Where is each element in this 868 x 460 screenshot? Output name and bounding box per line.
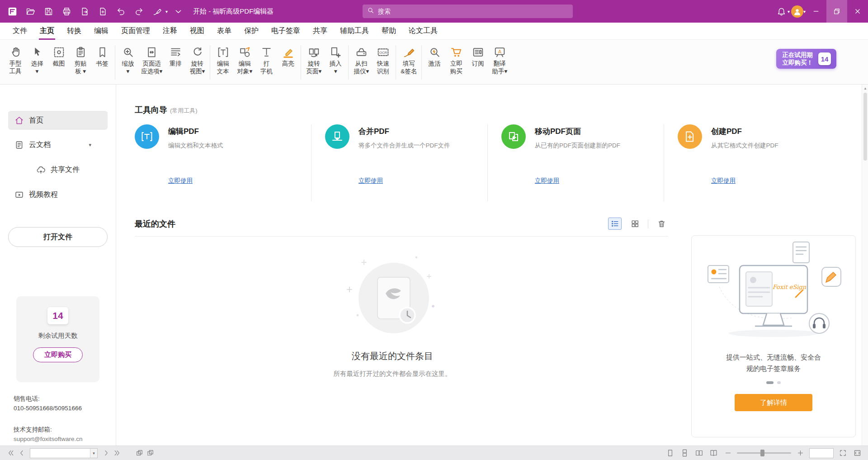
use-now-link[interactable]: 立即使用 [711,177,736,185]
ribbon-edit-object[interactable]: 编辑 对象▾ [234,43,255,76]
menu-convert[interactable]: 转换 [61,23,88,40]
ribbon-subscribe[interactable]: 订阅 [467,43,489,68]
tool-card-edit-pdf[interactable]: 编辑PDF 编辑文档和文本格式 立即使用 [135,124,311,201]
notifications-button[interactable] [774,4,789,19]
fit-screen-icon[interactable] [837,448,848,459]
page-number-input[interactable] [30,450,90,456]
ribbon-zoom[interactable]: 缩放 ▾ [117,43,139,76]
menu-help[interactable]: 帮助 [375,23,402,40]
sidebar-item-home[interactable]: 首页 [8,111,108,130]
continuous-view-icon[interactable] [679,448,690,459]
sidebar-item-video-tutorials[interactable]: 视频教程 [8,185,108,204]
previous-page-icon[interactable] [16,448,27,459]
zoom-out-icon[interactable] [722,448,733,459]
menu-share[interactable]: 共享 [307,23,334,40]
zoom-value-input[interactable] [810,449,833,458]
first-page-icon[interactable] [5,448,16,459]
carousel-dot[interactable] [777,381,781,384]
menu-form[interactable]: 表单 [211,23,238,40]
ribbon-from-scanner[interactable]: 从扫 描仪▾ [350,43,372,76]
menu-file[interactable]: 文件 [6,23,33,40]
ribbon-fit-options[interactable]: 页面适 应选项▾ [139,43,165,76]
ribbon-quick-ocr[interactable]: OCR 快速 识别 [372,43,394,76]
ribbon-snapshot[interactable]: 截图 [48,43,70,68]
scrollbar-thumb[interactable] [863,93,867,161]
ribbon-insert[interactable]: 插入 ▾ [325,43,346,76]
ribbon-activate[interactable]: 激活 [424,43,445,68]
ribbon-hand-tool[interactable]: 手型 工具 [5,43,26,76]
facing-view-icon[interactable] [693,448,704,459]
close-button[interactable] [847,0,868,23]
buy-now-button[interactable]: 立即购买 [33,347,83,362]
tool-card-create-pdf[interactable]: 创建PDF 从其它格式文件创建PDF 立即使用 [664,124,840,201]
search-input[interactable] [378,8,550,15]
ribbon-clipboard[interactable]: 剪贴 板 ▾ [70,43,91,76]
menu-view[interactable]: 视图 [184,23,211,40]
fullscreen-icon[interactable] [852,448,863,459]
menu-protect[interactable]: 保护 [238,23,265,40]
ribbon-rotate-pages[interactable]: 旋转 页面▾ [303,43,325,76]
page-dropdown-caret[interactable]: ▾ [90,449,97,458]
menu-paper-tools[interactable]: 论文工具 [402,23,444,40]
use-now-link[interactable]: 立即使用 [359,177,383,185]
account-button[interactable] [790,4,805,19]
ribbon-edit-text[interactable]: 编辑 文本 [212,43,234,76]
restore-button[interactable] [826,0,847,23]
tool-card-merge-pdf[interactable]: 合并PDF 将多个文件合并生成一个PDF文件 立即使用 [311,124,487,201]
tool-card-move-pages[interactable]: 移动PDF页面 从已有的PDF页面创建新的PDF 立即使用 [487,124,664,201]
grid-view-icon[interactable] [628,218,642,230]
esign-quick-icon[interactable] [149,4,165,19]
next-page-icon[interactable] [100,448,111,459]
menu-page-manage[interactable]: 页面管理 [115,23,156,40]
zoom-value-box[interactable] [809,448,834,458]
ribbon-highlight[interactable]: 高亮 [277,43,299,68]
chevron-down-icon[interactable]: ▾ [89,142,91,148]
zoom-slider[interactable] [737,452,791,454]
menu-comment[interactable]: 注释 [156,23,184,40]
minimize-button[interactable] [806,0,826,23]
trial-period-badge[interactable]: 正在试用期 立即购买！ 14 [776,49,837,69]
ribbon-bookmark[interactable]: 书签 [91,43,113,68]
print-icon[interactable] [59,4,74,19]
ribbon-rotate-view[interactable]: 旋转 视图▾ [186,43,208,76]
use-now-link[interactable]: 立即使用 [535,177,559,185]
ribbon-fill-sign[interactable]: 填写 &签名 [398,43,420,76]
open-file-button[interactable]: 打开文件 [8,227,108,247]
single-page-view-icon[interactable] [665,448,675,459]
delete-icon[interactable] [655,218,668,230]
ribbon-typewriter[interactable]: 打 字机 [255,43,277,76]
ribbon-select[interactable]: 选择 ▾ [26,43,48,76]
ribbon-buy-now[interactable]: 立即 购买 [445,43,467,76]
ribbon-reflow[interactable]: 重排 [165,43,186,68]
learn-more-button[interactable]: 了解详情 [735,394,812,411]
last-page-icon[interactable] [111,448,122,459]
collapse-ribbon-icon[interactable] [170,4,186,19]
use-now-link[interactable]: 立即使用 [168,177,193,185]
ribbon-translate-assistant[interactable]: A 翻译 助手▾ [489,43,510,76]
save-icon[interactable] [41,4,56,19]
menu-accessibility[interactable]: 辅助工具 [334,23,375,40]
open-file-icon[interactable] [23,4,38,19]
clipboard-tool-icon[interactable] [145,448,156,459]
zoom-slider-thumb[interactable] [760,450,764,456]
page-number-box[interactable]: ▾ [30,448,98,458]
support-email-value[interactable]: support@foxitsoftware.cn [14,436,83,442]
menu-home[interactable]: 主页 [33,23,61,40]
snapshot-tool-icon[interactable] [134,448,145,459]
carousel-dot-active[interactable] [766,381,774,384]
search-box[interactable] [363,5,573,18]
sidebar-item-shared-files[interactable]: 共享文件 [8,160,108,179]
list-view-icon[interactable] [608,218,622,230]
menu-edit[interactable]: 编辑 [88,23,115,40]
scroll-up-icon[interactable]: ▲ [863,86,867,90]
zoom-in-icon[interactable] [795,448,806,459]
vertical-scrollbar[interactable]: ▲ [862,85,868,446]
sidebar-item-cloud-docs[interactable]: 云文档 ▾ [8,135,108,154]
create-pdf-icon[interactable] [95,4,110,19]
redo-icon[interactable] [131,4,146,19]
menu-esign[interactable]: 电子签章 [265,23,307,40]
book-view-icon[interactable] [708,448,719,459]
esign-dropdown-caret[interactable]: ▾ [165,9,168,14]
undo-icon[interactable] [113,4,128,19]
export-pdf-icon[interactable] [77,4,92,19]
